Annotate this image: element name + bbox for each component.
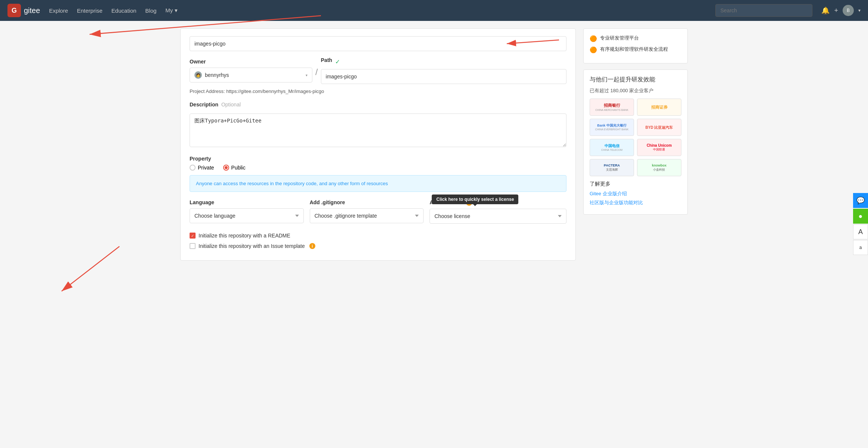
license-col: Add a license i Click here to quickly se…: [430, 199, 566, 224]
language-label: Language: [190, 199, 304, 205]
owner-dropdown-icon: ▾: [306, 73, 307, 77]
issue-info-icon[interactable]: i: [309, 243, 315, 249]
license-select[interactable]: Choose license: [430, 209, 566, 224]
language-row: Language Choose language Add .gitignore …: [190, 199, 566, 224]
nav-blog[interactable]: Blog: [145, 7, 156, 14]
partner-cmb: 招商银行 CHINA MERCHANTS BANK: [590, 99, 634, 116]
nav-icons: 🔔 + B ▾: [821, 5, 861, 16]
partner-byd: BYD 比亚迪汽车: [637, 119, 681, 136]
notification-icon[interactable]: 🔔: [821, 6, 830, 15]
learn-more-title: 了解更多: [590, 181, 681, 187]
language-col: Language Choose language: [190, 199, 304, 224]
navbar: G gitee Explore Enterprise Education Blo…: [0, 0, 868, 21]
feature-1: 🟠 专业研发管理平台: [590, 35, 681, 42]
feature-2: 🟠 有序规划和管理软件研发全流程: [590, 46, 681, 53]
feature-text-2: 有序规划和管理软件研发全流程: [600, 46, 668, 53]
optional-label: Optional: [221, 102, 241, 108]
nav-enterprise[interactable]: Enterprise: [77, 7, 102, 14]
language-select[interactable]: Choose language: [190, 208, 304, 223]
path-header: Path ✓: [321, 57, 566, 66]
main-content: Owner 🧑 bennyrhys ▾ / Path ✓ Project Add…: [180, 28, 576, 261]
sidebar-features-section: 🟠 专业研发管理平台 🟠 有序规划和管理软件研发全流程: [583, 28, 688, 63]
side-small-font-button[interactable]: a: [853, 240, 868, 255]
partners-sub: 已有超过 180,000 家企业客户: [590, 87, 681, 94]
brand-name: gitee: [24, 6, 40, 15]
partners-grid: 招商银行 CHINA MERCHANTS BANK 招商证券 Bank 中国光大…: [590, 99, 681, 176]
gitignore-col: Add .gitignore Choose .gitignore templat…: [310, 199, 424, 224]
owner-select[interactable]: 🧑 bennyrhys ▾: [190, 68, 312, 83]
sidebar: 🟠 专业研发管理平台 🟠 有序规划和管理软件研发全流程 与他们一起提升研发效能 …: [583, 28, 688, 261]
partner-pactera: PACTERA 文思海辉: [590, 159, 634, 176]
gitignore-select[interactable]: Choose .gitignore template: [310, 208, 424, 223]
license-info-icon[interactable]: i: [466, 200, 472, 206]
nav-search-area: [715, 4, 812, 17]
repo-name-section: [190, 36, 566, 51]
sidebar-link-compare[interactable]: 社区版与企业版功能对比: [590, 199, 681, 206]
description-label: Description Optional: [190, 102, 566, 108]
property-label: Property: [190, 156, 566, 162]
path-label: Path: [321, 57, 332, 63]
path-slash: /: [315, 64, 318, 77]
add-icon[interactable]: +: [834, 7, 838, 15]
owner-value: bennyrhys: [205, 72, 229, 78]
gitee-logo-icon: G: [7, 4, 21, 17]
private-label: Private: [198, 165, 214, 171]
repo-name-input[interactable]: [190, 36, 566, 51]
public-notice: Anyone can access the resources in the r…: [190, 175, 566, 192]
sidebar-link-enterprise[interactable]: Gitee 企业版介绍: [590, 190, 681, 197]
description-textarea[interactable]: 图床Typora+PicGo+Gitee: [190, 113, 566, 147]
private-radio-button[interactable]: [190, 165, 196, 171]
owner-avatar-icon: 🧑: [194, 71, 202, 79]
partner-knowbox: knowbox 小盒科技: [637, 159, 681, 176]
owner-path-row: Owner 🧑 bennyrhys ▾ / Path ✓: [190, 57, 566, 84]
owner-section: Owner 🧑 bennyrhys ▾: [190, 59, 312, 83]
side-green-button[interactable]: ●: [853, 209, 868, 224]
search-input[interactable]: [715, 4, 812, 17]
partner-ct: 中国电信 CHINA TELECOM: [590, 139, 634, 156]
partner-ceb: Bank 中国光大银行 CHINA EVERBRIGHT BANK: [590, 119, 634, 136]
chevron-down-icon[interactable]: ▾: [858, 8, 861, 13]
gitignore-label: Add .gitignore: [310, 199, 424, 205]
partners-title: 与他们一起提升研发效能: [590, 76, 681, 84]
public-radio-button[interactable]: [223, 165, 229, 171]
public-radio[interactable]: Public: [223, 165, 246, 171]
side-chat-button[interactable]: 💬: [853, 193, 868, 208]
private-radio[interactable]: Private: [190, 165, 214, 171]
sidebar-partners-section: 与他们一起提升研发效能 已有超过 180,000 家企业客户 招商银行 CHIN…: [583, 69, 688, 215]
partner-cms: 招商证券: [637, 99, 681, 116]
partner-cu: China Unicom 中国联通: [637, 139, 681, 156]
path-input[interactable]: [321, 69, 566, 84]
nav-links: Explore Enterprise Education Blog My ▾: [49, 7, 177, 14]
description-section: Description Optional 图床Typora+PicGo+Gite…: [190, 102, 566, 148]
readme-label: Initialize this repository with a README: [199, 233, 290, 239]
feature-check-icon-2: 🟠: [590, 46, 597, 53]
path-valid-icon: ✓: [335, 58, 340, 65]
readme-checkbox[interactable]: ✓: [190, 233, 196, 239]
path-section: Path ✓: [321, 57, 566, 84]
readme-checkbox-row: ✓ Initialize this repository with a READ…: [190, 233, 566, 239]
project-address-link[interactable]: https://gitee.com/bennyrhys_Mr/images-pi…: [226, 88, 324, 94]
feature-check-icon-1: 🟠: [590, 35, 597, 42]
brand[interactable]: G gitee: [7, 4, 40, 17]
nav-my-dropdown[interactable]: My ▾: [165, 7, 177, 14]
radio-group: Private Public: [190, 165, 566, 171]
side-font-button[interactable]: A: [853, 224, 868, 239]
issue-checkbox-row: Initialize this repository with an Issue…: [190, 243, 566, 249]
project-address: Project Address: https://gitee.com/benny…: [190, 88, 566, 94]
nav-education[interactable]: Education: [112, 7, 137, 14]
nav-explore[interactable]: Explore: [49, 7, 68, 14]
owner-label: Owner: [190, 59, 312, 65]
side-buttons: 💬 ● A a: [853, 193, 868, 255]
page-wrapper: Owner 🧑 bennyrhys ▾ / Path ✓ Project Add…: [173, 21, 695, 268]
svg-line-6: [62, 246, 119, 268]
license-label: Add a license i Click here to quickly se…: [430, 199, 566, 206]
issue-label: Initialize this repository with an Issue…: [199, 243, 305, 249]
feature-text-1: 专业研发管理平台: [600, 35, 639, 41]
avatar[interactable]: B: [843, 5, 854, 16]
property-section: Property Private Public Anyone can acces…: [190, 156, 566, 192]
issue-checkbox[interactable]: [190, 243, 196, 249]
public-label: Public: [231, 165, 246, 171]
